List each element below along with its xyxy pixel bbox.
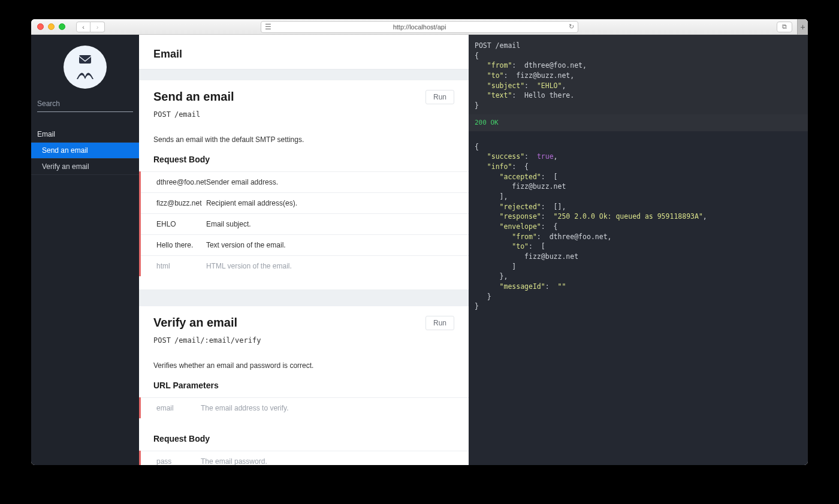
url-text: http://localhost/api (393, 23, 446, 31)
code-panel[interactable]: POST /email { "from": dthree@foo.net, "t… (469, 35, 808, 465)
tabs-button[interactable]: ⧉ (777, 22, 792, 32)
sidebar-item-verify-an-email[interactable]: Verify an email (31, 159, 139, 175)
endpoint-description: Verifies whether an email and password i… (153, 361, 454, 370)
endpoint-route: POST/email (153, 110, 454, 119)
request-block: POST /email { "from": dthree@foo.net, "t… (469, 35, 808, 114)
response-status: 200 OK (469, 114, 808, 131)
endpoint-send-an-email: Send an email Run POST/email Sends an em… (139, 80, 469, 289)
close-window-icon[interactable] (37, 23, 44, 30)
request-body-table: passThe email password. (141, 451, 469, 465)
sidebar-section-email[interactable]: Email (31, 126, 139, 143)
logo (31, 35, 139, 97)
address-bar[interactable]: ☰ http://localhost/api ↻ (261, 21, 578, 33)
param-key[interactable]: pass (141, 451, 201, 466)
back-button[interactable]: ‹ (76, 22, 90, 32)
sidebar: Email Send an email Verify an email (31, 35, 139, 465)
svg-rect-0 (79, 55, 91, 64)
section-heading-request-body: Request Body (153, 434, 454, 443)
param-desc: The email address to verify. (201, 398, 469, 419)
minimize-window-icon[interactable] (48, 23, 55, 30)
param-key[interactable]: dthree@foo.net (141, 172, 206, 193)
section-heading-url-parameters: URL Parameters (153, 381, 454, 390)
reader-icon[interactable]: ☰ (265, 23, 271, 31)
sidebar-item-send-an-email[interactable]: Send an email (31, 143, 139, 159)
param-key[interactable]: Hello there. (141, 235, 206, 256)
nav-back-forward: ‹ › (76, 22, 105, 32)
new-tab-button[interactable]: + (797, 19, 808, 35)
request-header: POST /email (475, 41, 802, 51)
docs-panel[interactable]: Email Send an email Run POST/email Sends… (139, 35, 469, 465)
param-desc: The email password. (201, 451, 469, 466)
endpoint-verify-an-email: Verify an email Run POST/email/:email/ve… (139, 306, 469, 465)
url-parameters-table: emailThe email address to verify. (141, 397, 469, 418)
page-title: Email (139, 35, 469, 70)
request-body-table: dthree@foo.netSender email address. fizz… (141, 171, 469, 276)
response-block: { "success": true, "info": { "accepted":… (469, 131, 808, 322)
reload-icon[interactable]: ↻ (569, 23, 574, 31)
browser-chrome: ‹ › ☰ http://localhost/api ↻ ⧉ + (31, 19, 808, 35)
mail-logo-icon (64, 46, 107, 89)
endpoint-title: Send an email (153, 90, 234, 104)
sidebar-nav: Email Send an email Verify an email (31, 126, 139, 175)
param-desc: Recipient email address(es). (206, 193, 469, 214)
run-button[interactable]: Run (425, 316, 454, 330)
param-desc: Text version of the email. (206, 235, 469, 256)
param-desc: HTML version of the email. (206, 256, 469, 277)
param-desc: Email subject. (206, 214, 469, 235)
endpoint-description: Sends an email with the default SMTP set… (153, 135, 454, 144)
forward-button[interactable]: › (90, 22, 105, 32)
param-key[interactable]: fizz@buzz.net (141, 193, 206, 214)
param-key[interactable]: email (141, 398, 201, 419)
param-key[interactable]: html (141, 256, 206, 277)
endpoint-route: POST/email/:email/verify (153, 336, 454, 345)
param-desc: Sender email address. (206, 172, 469, 193)
run-button[interactable]: Run (425, 90, 454, 104)
param-key[interactable]: EHLO (141, 214, 206, 235)
section-heading-request-body: Request Body (153, 155, 454, 164)
endpoint-title: Verify an email (153, 316, 237, 330)
maximize-window-icon[interactable] (59, 23, 65, 30)
search-input[interactable] (37, 97, 133, 112)
browser-window: ‹ › ☰ http://localhost/api ↻ ⧉ + (31, 19, 808, 465)
window-controls (37, 23, 65, 30)
